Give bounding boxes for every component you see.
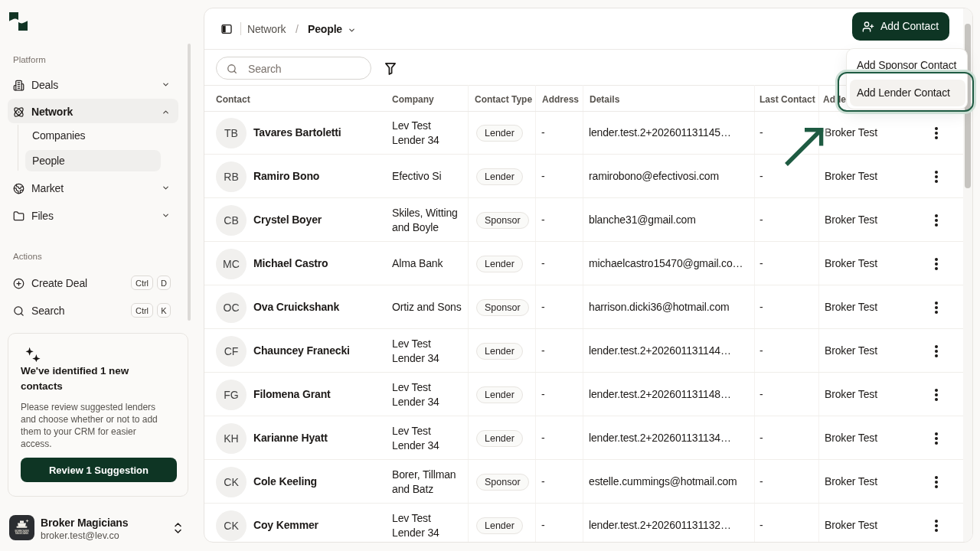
svg-text:MAGICIANS: MAGICIANS: [15, 532, 28, 535]
